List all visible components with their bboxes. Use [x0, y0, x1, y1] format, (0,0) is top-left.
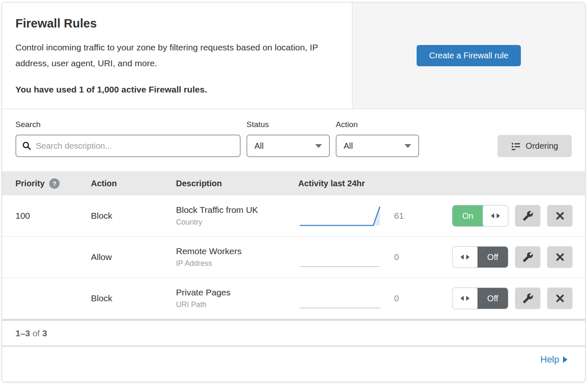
activity-sparkline: [298, 245, 384, 269]
wrench-icon: [523, 252, 533, 262]
x-icon: [555, 252, 565, 262]
delete-rule-button[interactable]: [547, 205, 573, 227]
help-arrow-icon: [563, 356, 568, 363]
activity-sparkline: [298, 286, 384, 310]
help-label: Help: [540, 354, 559, 365]
rule-action: Block: [91, 293, 176, 303]
search-label: Search: [15, 120, 241, 129]
status-filter-group: Status All: [246, 120, 330, 157]
help-bar: Help: [2, 345, 585, 372]
wrench-icon: [523, 293, 533, 304]
toggle-right-arrow-icon: [466, 255, 470, 260]
activity-count: 0: [384, 293, 423, 303]
action-select[interactable]: All: [336, 135, 419, 157]
edit-rule-button[interactable]: [515, 288, 540, 309]
priority-header-label: Priority: [15, 179, 45, 188]
table-body: 100 Block Block Traffic from UK Country …: [2, 195, 585, 319]
pagination-of-label: of: [33, 328, 40, 338]
ordering-button-label: Ordering: [526, 141, 558, 151]
chevron-down-icon: [405, 144, 411, 148]
activity-sparkline: [298, 204, 384, 228]
x-icon: [555, 211, 565, 221]
list-icon: [511, 142, 520, 151]
rule-controls: Off: [452, 288, 573, 309]
toggle-right-arrow-icon: [497, 213, 500, 218]
edit-rule-button[interactable]: [515, 205, 540, 227]
filter-bar: Search Status All Action All: [2, 109, 585, 171]
toggle-state-label: On: [452, 205, 483, 226]
x-icon: [555, 293, 565, 303]
header-text-block: Firewall Rules Control incoming traffic …: [2, 2, 352, 109]
toggle-knob[interactable]: [452, 246, 478, 268]
action-label: Action: [336, 120, 419, 129]
table-header: Priority ? Action Description Activity l…: [2, 171, 585, 195]
rule-controls: On: [452, 205, 573, 227]
panel-header: Firewall Rules Control incoming traffic …: [2, 2, 585, 109]
search-group: Search: [15, 120, 241, 157]
pagination-range: 1–3: [15, 328, 30, 338]
page-title: Firewall Rules: [15, 17, 339, 30]
firewall-rules-panel: Firewall Rules Control incoming traffic …: [2, 2, 585, 382]
toggle-knob[interactable]: [452, 288, 478, 309]
search-icon: [22, 141, 31, 150]
toggle-state-label: Off: [477, 247, 508, 268]
toggle-right-arrow-icon: [466, 296, 470, 301]
status-selected-value: All: [254, 141, 264, 151]
rule-action: Allow: [91, 252, 176, 262]
rule-enabled-toggle[interactable]: On: [452, 205, 508, 227]
toggle-left-arrow-icon: [460, 255, 464, 260]
toggle-left-arrow-icon: [460, 296, 464, 301]
delete-rule-button[interactable]: [547, 246, 573, 268]
rule-description-cell: Block Traffic from UK Country: [176, 205, 298, 227]
activity-count: 0: [384, 252, 423, 262]
toggle-left-arrow-icon: [491, 213, 494, 218]
rule-enabled-toggle[interactable]: Off: [452, 246, 508, 268]
table-row: 100 Block Block Traffic from UK Country …: [2, 195, 585, 237]
action-selected-value: All: [344, 141, 353, 151]
rule-description-cell: Private Pages URI Path: [176, 288, 298, 309]
create-firewall-rule-button[interactable]: Create a Firewall rule: [417, 45, 521, 66]
column-header-action: Action: [91, 179, 176, 188]
status-select[interactable]: All: [246, 135, 330, 157]
usage-note: You have used 1 of 1,000 active Firewall…: [15, 85, 339, 95]
pagination-total: 3: [42, 328, 47, 338]
search-box[interactable]: [15, 135, 241, 157]
rule-controls: Off: [452, 246, 573, 268]
rule-action: Block: [91, 211, 176, 221]
page-description: Control incoming traffic to your zone by…: [15, 40, 337, 71]
rule-description[interactable]: Remote Workers: [176, 246, 298, 256]
rule-description[interactable]: Private Pages: [176, 288, 298, 298]
status-label: Status: [246, 120, 330, 129]
ordering-group: Ordering: [498, 135, 572, 157]
toggle-state-label: Off: [477, 288, 508, 309]
ordering-button[interactable]: Ordering: [498, 135, 572, 157]
toggle-knob[interactable]: [482, 205, 508, 227]
priority-help-icon[interactable]: ?: [49, 178, 60, 189]
wrench-icon: [523, 210, 533, 221]
rule-description-cell: Remote Workers IP Address: [176, 246, 298, 268]
header-action-panel: Create a Firewall rule: [352, 2, 585, 109]
rule-priority: 100: [15, 211, 91, 221]
activity-count: 61: [384, 211, 423, 221]
rule-match-type: Country: [176, 218, 298, 227]
search-input[interactable]: [36, 141, 234, 151]
edit-rule-button[interactable]: [515, 246, 540, 268]
rule-enabled-toggle[interactable]: Off: [452, 288, 508, 309]
column-header-description: Description: [176, 179, 298, 188]
rule-match-type: URI Path: [176, 300, 298, 309]
action-filter-group: Action All: [336, 120, 419, 157]
column-header-priority: Priority ?: [15, 178, 91, 189]
table-row: Block Private Pages URI Path 0 Off: [2, 278, 585, 319]
pagination-bar: 1–3 of 3: [2, 319, 585, 345]
chevron-down-icon: [315, 144, 322, 148]
rule-match-type: IP Address: [176, 259, 298, 268]
delete-rule-button[interactable]: [547, 288, 573, 309]
column-header-activity: Activity last 24hr: [298, 179, 585, 188]
rule-description[interactable]: Block Traffic from UK: [176, 205, 298, 215]
table-row: Allow Remote Workers IP Address 0 Off: [2, 237, 585, 278]
help-link[interactable]: Help: [540, 354, 568, 365]
